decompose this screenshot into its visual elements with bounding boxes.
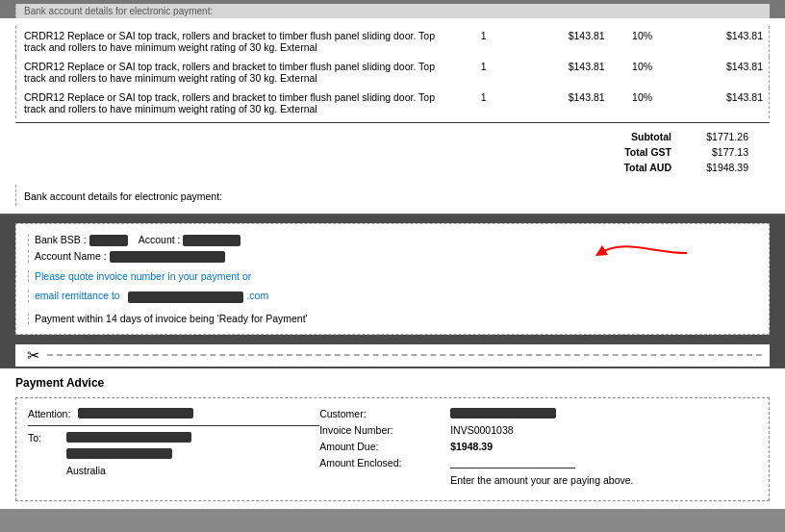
payment-advice-title: Payment Advice <box>15 376 770 390</box>
payment-quote-line: Please quote invoice number in your paym… <box>28 270 757 282</box>
invoice-number-value: INVS0001038 <box>450 424 757 438</box>
subtotal-label: Subtotal <box>485 129 677 144</box>
enter-amount-text: Enter the amount your are paying above. <box>450 474 757 488</box>
payment-advice-section: Payment Advice Attention: To: Australia … <box>0 368 785 509</box>
email-value-redacted <box>128 291 243 303</box>
to-label: To: <box>28 432 47 443</box>
scissors-separator: ✂ <box>0 342 785 368</box>
total-value: $1948.39 <box>677 160 754 175</box>
totals-table: Subtotal $1771.26 Total GST $177.13 Tota… <box>485 129 754 175</box>
account-value-redacted <box>183 235 241 246</box>
pa-right: Customer: Invoice Number: Amount Due: Am… <box>319 408 757 491</box>
customer-value-redacted <box>450 408 556 418</box>
account-name-value-redacted <box>110 251 225 263</box>
scissors-icon: ✂ <box>23 346 43 365</box>
line-item-row: CRDR12 Replace or SAI top track, rollers… <box>16 26 770 57</box>
item-gst: 10% <box>611 88 674 118</box>
pa-labels: Customer: Invoice Number: Amount Due: Am… <box>319 408 435 491</box>
amount-enclosed-label: Amount Enclosed: <box>319 457 435 470</box>
item-total: $143.81 <box>674 26 770 57</box>
pa-values: INVS0001038 $1948.39 Enter the amount yo… <box>450 408 757 491</box>
bank-details-box: Bank BSB : Account : Account Name : Plea… <box>15 223 770 335</box>
invoice-label: Invoice Number: <box>319 424 435 438</box>
invoice-section: CRDR12 Replace or SAI top track, rollers… <box>0 18 785 215</box>
faded-bank-label: Bank account details for electronic paym… <box>15 4 770 18</box>
attention-label: Attention: <box>28 408 70 419</box>
item-unit-price: $143.81 <box>516 26 611 57</box>
amount-due-value: $1948.39 <box>450 441 493 452</box>
item-qty: 1 <box>452 88 516 118</box>
item-gst: 10% <box>611 57 674 88</box>
email-text: email remittance to <box>35 290 120 301</box>
payment-advice-box: Attention: To: Australia Customer: Invoi… <box>15 397 770 501</box>
payment-email-line: email remittance to .com <box>28 290 757 302</box>
pa-left: Attention: To: Australia <box>28 408 319 491</box>
to-row: To: Australia <box>28 432 319 476</box>
subtotal-value: $1771.26 <box>677 129 754 144</box>
gst-label: Total GST <box>485 144 677 160</box>
item-qty: 1 <box>452 26 516 57</box>
item-unit-price: $143.81 <box>516 88 611 118</box>
bsb-value-redacted <box>89 235 128 246</box>
item-description: CRDR12 Replace or SAI top track, rollers… <box>16 88 452 118</box>
payment-terms-text: Payment within 14 days of invoice being … <box>35 313 308 324</box>
quote-text: Please quote invoice number in your paym… <box>35 270 251 282</box>
amount-enclosed-field <box>450 457 575 469</box>
subtotal-row: Subtotal $1771.26 <box>485 129 754 144</box>
top-faded-section: Bank account details for electronic paym… <box>0 0 785 18</box>
email-suffix: .com <box>246 290 268 301</box>
line-items-table: CRDR12 Replace or SAI top track, rollers… <box>15 26 770 118</box>
item-total: $143.81 <box>674 88 770 118</box>
red-arrow-icon <box>595 234 692 272</box>
to-country: Australia <box>66 465 106 476</box>
amount-due-label: Amount Due: <box>319 441 435 454</box>
totals-section: Subtotal $1771.26 Total GST $177.13 Tota… <box>15 122 770 181</box>
pa-separator <box>28 425 319 426</box>
gst-row: Total GST $177.13 <box>485 144 754 160</box>
attention-row: Attention: <box>28 408 319 419</box>
item-total: $143.81 <box>674 57 770 88</box>
line-item-row: CRDR12 Replace or SAI top track, rollers… <box>16 57 770 88</box>
customer-label: Customer: <box>319 408 435 421</box>
total-row: Total AUD $1948.39 <box>485 160 754 175</box>
item-description: CRDR12 Replace or SAI top track, rollers… <box>16 57 452 88</box>
item-gst: 10% <box>611 26 674 57</box>
payment-terms-line: Payment within 14 days of invoice being … <box>28 313 757 324</box>
account-label: Account : <box>139 234 181 245</box>
item-unit-price: $143.81 <box>516 57 611 88</box>
bank-section: Bank BSB : Account : Account Name : Plea… <box>0 215 785 342</box>
attention-value-redacted <box>78 408 193 418</box>
bank-details-label: Bank account details for electronic paym… <box>15 185 770 206</box>
gst-value: $177.13 <box>677 144 754 160</box>
to-value-line1-redacted <box>66 432 191 443</box>
account-name-label: Account Name : <box>35 250 107 262</box>
bsb-label: Bank BSB : <box>35 234 87 245</box>
to-value-line2-redacted <box>66 448 172 459</box>
line-item-row: CRDR12 Replace or SAI top track, rollers… <box>16 88 770 118</box>
item-description: CRDR12 Replace or SAI top track, rollers… <box>16 26 452 57</box>
total-label: Total AUD <box>485 160 677 175</box>
item-qty: 1 <box>452 57 516 88</box>
